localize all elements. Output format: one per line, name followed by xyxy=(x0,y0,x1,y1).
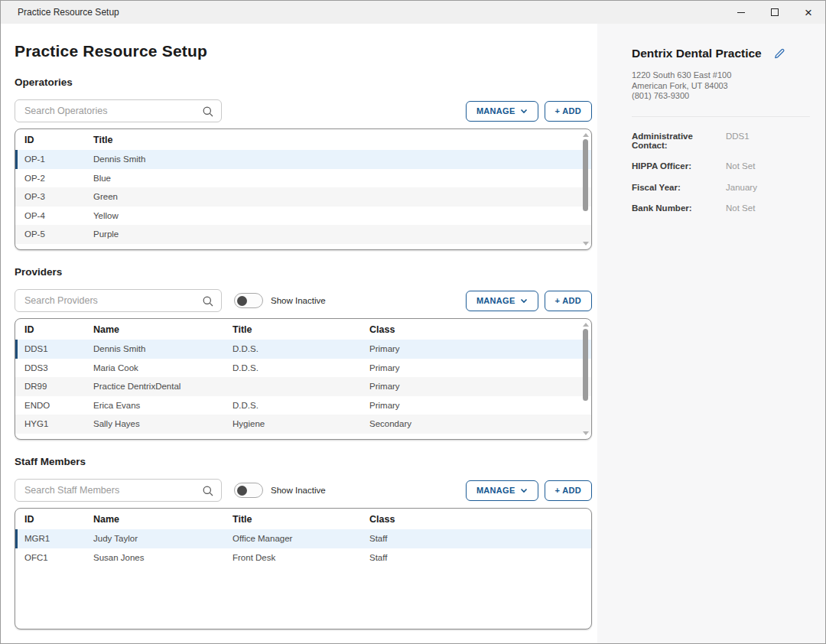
staff-members-manage-button[interactable]: MANAGE xyxy=(466,480,538,501)
field-label: Bank Number: xyxy=(632,203,726,213)
table-row[interactable]: HYG1Sally HayesHygieneSecondary xyxy=(15,415,591,434)
edit-pencil-icon xyxy=(772,47,786,60)
maximize-icon xyxy=(771,8,779,16)
table-row[interactable]: DR99Practice DentrixDentalPrimary xyxy=(15,377,591,396)
sidebar-divider xyxy=(632,116,810,117)
table-cell: Yellow xyxy=(93,211,591,220)
table-cell: Purple xyxy=(93,229,591,239)
table-row[interactable]: MGR1Judy TaylorOffice ManagerStaff xyxy=(15,529,591,548)
manage-button-label: MANAGE xyxy=(476,486,515,495)
field-label: Fiscal Year: xyxy=(632,183,726,192)
field-label: HIPPA Officer: xyxy=(632,161,726,171)
field-value: January xyxy=(726,183,810,192)
operatories-scrollbar[interactable] xyxy=(580,130,590,249)
table-cell: Primary xyxy=(369,344,591,353)
providers-show-inactive-toggle[interactable] xyxy=(234,293,263,308)
staff-members-table: IDNameTitleClassMGR1Judy TaylorOffice Ma… xyxy=(15,508,592,629)
column-header: Class xyxy=(369,514,591,525)
page-title: Practice Resource Setup xyxy=(15,42,590,60)
practice-field-row: Fiscal Year:January xyxy=(632,183,810,192)
table-row[interactable]: ORTHOscar OliversonPrimary xyxy=(15,434,591,441)
table-row[interactable]: OP-2Blue xyxy=(15,169,591,188)
table-cell: Primary xyxy=(369,382,591,391)
table-cell: OP-1 xyxy=(24,154,93,164)
section-providers: ProvidersShow InactiveMANAGE+ ADDIDNameT… xyxy=(15,266,590,440)
practice-field-row: Bank Number:Not Set xyxy=(632,203,810,213)
providers-show-inactive: Show Inactive xyxy=(234,293,326,308)
close-icon: × xyxy=(805,6,812,19)
practice-sidebar: Dentrix Dental Practice 1220 South 630 E… xyxy=(597,24,825,643)
providers-search-field[interactable] xyxy=(15,290,221,311)
scroll-down-arrow[interactable] xyxy=(583,242,589,246)
table-cell: Practice DentrixDental xyxy=(93,382,233,391)
column-header: ID xyxy=(24,135,93,145)
section-label-providers: Providers xyxy=(15,266,590,278)
field-value: Not Set xyxy=(726,161,810,171)
table-cell: Hygiene xyxy=(233,419,369,428)
table-cell: OP-3 xyxy=(24,192,93,201)
column-header: Title xyxy=(233,514,369,525)
operatories-add-button[interactable]: + ADD xyxy=(545,101,592,122)
scroll-down-arrow[interactable] xyxy=(583,431,589,435)
table-cell: ORTH xyxy=(24,438,93,440)
table-cell: D.D.S. xyxy=(233,401,369,410)
scroll-up-arrow[interactable] xyxy=(583,133,589,137)
table-cell: ENDO xyxy=(24,401,93,410)
table-cell: Oscar Oliverson xyxy=(93,438,233,440)
column-header: ID xyxy=(24,514,93,525)
show-inactive-label: Show Inactive xyxy=(271,486,326,495)
staff-members-show-inactive-toggle[interactable] xyxy=(234,483,263,498)
show-inactive-label: Show Inactive xyxy=(271,296,326,305)
table-row[interactable]: DDS1Dennis SmithD.D.S.Primary xyxy=(15,340,591,359)
search-icon xyxy=(202,485,214,497)
operatories-table-body: OP-1Dennis SmithOP-2BlueOP-3GreenOP-4Yel… xyxy=(15,150,591,250)
table-row[interactable]: OP-3Green xyxy=(15,187,591,207)
minimize-button[interactable] xyxy=(724,1,758,24)
table-row[interactable]: ENDOErica EvansD.D.S.Primary xyxy=(15,396,591,415)
table-cell: Primary xyxy=(369,363,591,372)
section-staff-members: Staff MembersShow InactiveMANAGE+ ADDIDN… xyxy=(15,456,590,629)
staff-members-search-field[interactable] xyxy=(15,480,221,501)
table-row[interactable]: OFC1Susan JonesFront DeskStaff xyxy=(15,548,591,568)
staff-members-add-button[interactable]: + ADD xyxy=(545,480,592,501)
maximize-button[interactable] xyxy=(758,1,792,24)
address-line-3: (801) 763-9300 xyxy=(632,91,810,102)
scrollbar-thumb[interactable] xyxy=(583,329,588,401)
address-line-2: American Fork, UT 84003 xyxy=(632,81,810,92)
staff-members-search-input[interactable] xyxy=(15,479,222,502)
table-cell: OP-4 xyxy=(24,211,93,220)
table-row[interactable]: OP-4Yellow xyxy=(15,207,591,226)
operatories-search-field[interactable] xyxy=(15,100,221,122)
table-cell: Primary xyxy=(369,438,591,440)
app-window: Practice Resource Setup × Practice Resou… xyxy=(0,0,826,644)
operatories-manage-button[interactable]: MANAGE xyxy=(466,101,538,122)
scrollbar-thumb[interactable] xyxy=(583,139,588,211)
section-label-operatories: Operatories xyxy=(15,76,590,88)
providers-search-input[interactable] xyxy=(15,289,222,312)
providers-manage-button[interactable]: MANAGE xyxy=(466,291,538,311)
scroll-up-arrow[interactable] xyxy=(583,323,589,327)
operatories-search-input[interactable] xyxy=(15,99,222,122)
table-cell: MGR1 xyxy=(24,534,93,543)
table-cell: Staff xyxy=(369,534,591,543)
operatories-controls: MANAGE+ ADD xyxy=(15,99,592,122)
section-label-staff-members: Staff Members xyxy=(15,456,590,467)
edit-practice-button[interactable] xyxy=(772,47,786,60)
providers-add-button[interactable]: + ADD xyxy=(545,291,592,311)
table-row[interactable]: DDS3Maria CookD.D.S.Primary xyxy=(15,359,591,378)
close-button[interactable]: × xyxy=(792,1,825,24)
table-cell: OP-5 xyxy=(24,229,93,239)
chevron-down-icon xyxy=(520,488,528,493)
operatories-table-header: IDTitle xyxy=(15,129,591,150)
chevron-down-icon xyxy=(520,298,528,304)
column-header: Name xyxy=(93,514,233,525)
table-row[interactable]: OP-5Purple xyxy=(15,225,591,244)
table-row[interactable]: OP-6Orange xyxy=(15,244,591,251)
table-cell: Office Manager xyxy=(233,534,369,543)
column-header: Title xyxy=(93,135,591,145)
table-row[interactable]: OP-1Dennis Smith xyxy=(15,150,591,169)
titlebar: Practice Resource Setup × xyxy=(1,1,825,24)
operatories-table: IDTitleOP-1Dennis SmithOP-2BlueOP-3Green… xyxy=(15,128,592,250)
add-button-label: + ADD xyxy=(555,486,581,495)
providers-scrollbar[interactable] xyxy=(580,320,590,438)
